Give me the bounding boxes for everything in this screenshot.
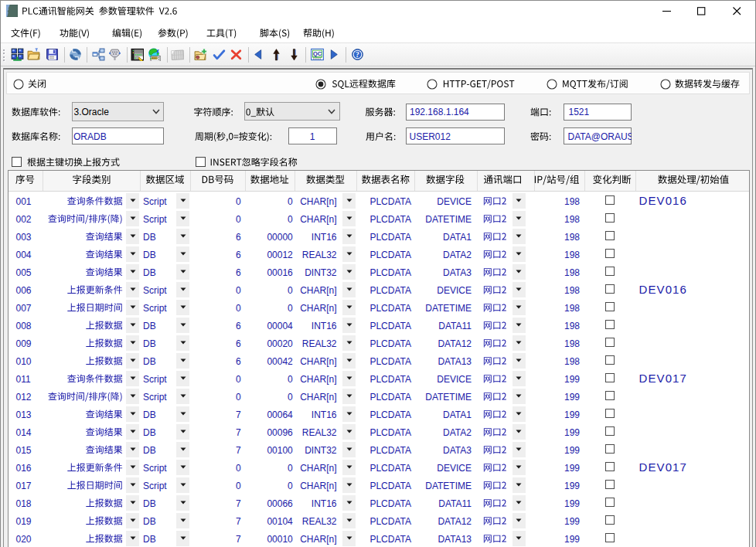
svg-text:?: ? (356, 50, 359, 59)
svg-text:QC: QC (312, 50, 322, 57)
